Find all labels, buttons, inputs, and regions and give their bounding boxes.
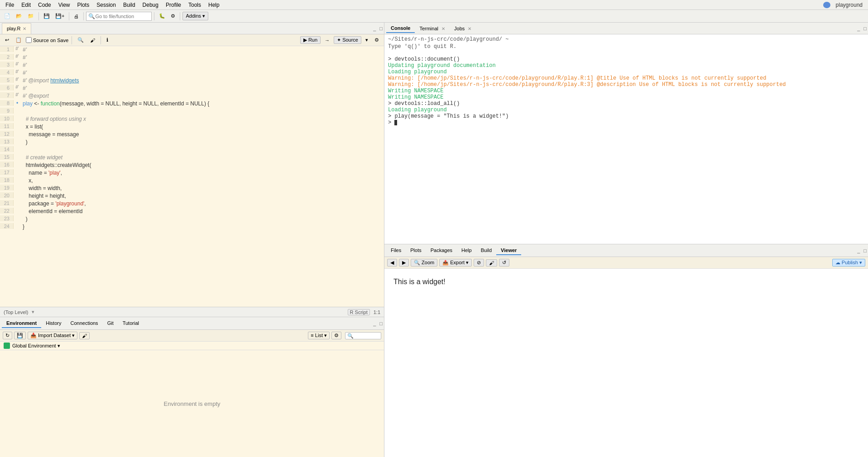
goto-file-search[interactable]: 🔍 [86, 12, 152, 21]
new-file-btn[interactable]: 📄 [2, 12, 13, 20]
refresh-env-btn[interactable]: ↻ [3, 332, 12, 339]
viewer-forward-btn[interactable]: ▶ [399, 259, 409, 267]
jobs-close-btn[interactable]: ✕ [468, 26, 471, 31]
line-number: 23 [0, 215, 14, 221]
global-env-selector[interactable]: Global Environment ▾ [0, 342, 384, 350]
brush-btn[interactable]: 🖌 [79, 332, 90, 339]
print-btn[interactable]: 🖨 [72, 13, 81, 20]
tab-viewer[interactable]: Viewer [496, 246, 521, 255]
source-btn[interactable]: ✦ Source [334, 36, 361, 44]
search-btn[interactable]: 🔍 [75, 36, 86, 44]
file-tab-label: play.R [7, 26, 20, 31]
viewer-minimize-btn[interactable]: _ [856, 248, 861, 253]
console-prompt[interactable]: > [388, 119, 864, 126]
addins-btn[interactable]: Addins ▾ [182, 12, 208, 20]
menu-help[interactable]: Help [205, 1, 223, 9]
tab-packages[interactable]: Packages [426, 246, 457, 255]
menu-code[interactable]: Code [34, 1, 55, 9]
editor-maximize-btn[interactable]: □ [378, 26, 384, 31]
line-number: 2 [0, 54, 14, 60]
menu-session[interactable]: Session [93, 1, 120, 9]
global-env-icon [4, 343, 10, 349]
line-number: 8 [0, 100, 14, 106]
tab-files[interactable]: Files [386, 246, 406, 255]
menu-view[interactable]: View [55, 1, 74, 9]
menu-debug[interactable]: Debug [139, 1, 162, 9]
table-row: 12 message = message [0, 131, 384, 138]
menu-build[interactable]: Build [120, 1, 139, 9]
tab-help[interactable]: Help [457, 246, 476, 255]
run-btn[interactable]: ▶ Run [300, 36, 321, 44]
menu-profile[interactable]: Profile [162, 1, 185, 9]
import-dataset-btn[interactable]: 📥 Import Dataset ▾ [28, 332, 77, 339]
env-search-input[interactable] [345, 332, 381, 339]
menu-edit[interactable]: Edit [18, 1, 34, 9]
save-btn[interactable]: 💾 [41, 12, 52, 20]
tab-terminal[interactable]: Terminal ✕ [415, 24, 450, 33]
tab-connections[interactable]: Connections [66, 319, 102, 328]
viewer-publish-btn[interactable]: ☁ Publish ▾ [832, 259, 865, 267]
viewer-zoom-btn[interactable]: 🔍 Zoom [411, 259, 437, 267]
env-empty-message: Environment is empty [164, 400, 221, 407]
redo-btn[interactable]: 📋 [13, 36, 24, 44]
info-btn[interactable]: ℹ [104, 36, 110, 44]
menu-plots[interactable]: Plots [74, 1, 93, 9]
tab-tutorial[interactable]: Tutorial [118, 319, 144, 328]
viewer-brush-btn[interactable]: 🖌 [486, 259, 497, 267]
table-row: 7#'#' @export [0, 92, 384, 100]
tab-history[interactable]: History [41, 319, 66, 328]
console-minimize-btn[interactable]: _ [856, 26, 861, 31]
line-content: # create widget [21, 154, 384, 161]
bottom-minimize-btn[interactable]: _ [372, 321, 377, 326]
tab-environment[interactable]: Environment [2, 319, 41, 328]
goto-file-input[interactable] [95, 14, 149, 19]
editor-minimize-btn[interactable]: _ [372, 26, 377, 31]
line-bullet: #' [14, 85, 21, 90]
editor-options-btn[interactable]: ⚙ [372, 36, 381, 44]
sep1 [38, 12, 39, 20]
viewer-content: This is a widget! [384, 269, 868, 457]
open-file-btn[interactable]: 📂 [14, 12, 24, 20]
viewer-export-btn[interactable]: 📤 Export ▾ [439, 259, 472, 267]
table-row: 4#'#' [0, 69, 384, 77]
scope-indicator: (Top Level) [4, 309, 28, 315]
tab-git[interactable]: Git [103, 319, 118, 328]
save-env-btn[interactable]: 💾 [14, 332, 26, 339]
env-options-btn[interactable]: ⚙ [331, 332, 341, 339]
source-on-save-checkbox[interactable] [26, 37, 32, 43]
viewer-back-btn[interactable]: ◀ [387, 259, 397, 267]
terminal-close-btn[interactable]: ✕ [441, 26, 445, 31]
debug-btn[interactable]: 🐛 [157, 12, 168, 20]
console-line-1: > devtools::document() [388, 56, 864, 62]
file-tab-close-btn[interactable]: ✕ [23, 26, 26, 31]
tab-console[interactable]: Console [386, 24, 415, 33]
line-number: 7 [0, 92, 14, 98]
code-editor[interactable]: 1#'#' 2#'#'3#'#' 4#'#'5#'#' @import html… [0, 46, 384, 307]
viewer-refresh-btn[interactable]: ↺ [499, 259, 509, 267]
right-panel: Console Terminal ✕ Jobs ✕ _ □ ~/Sites/r-… [384, 23, 868, 457]
line-content: #' [21, 62, 384, 68]
line-number: 24 [0, 223, 14, 229]
list-view-btn[interactable]: ≡ List ▾ [308, 332, 330, 339]
run-next-btn[interactable]: → [322, 37, 332, 44]
file-tab-play-r[interactable]: play.R ✕ [2, 23, 31, 34]
workspace-btn[interactable]: ⚙ [168, 12, 177, 20]
format-btn[interactable]: 🖌 [88, 37, 97, 44]
tab-build[interactable]: Build [476, 246, 496, 255]
console-maximize-btn[interactable]: □ [862, 26, 868, 31]
open-project-btn[interactable]: 📁 [25, 12, 36, 20]
save-all-btn[interactable]: 💾+ [53, 12, 67, 20]
menu-file[interactable]: File [2, 1, 18, 9]
table-row: 3#'#' [0, 62, 384, 69]
tab-plots[interactable]: Plots [406, 246, 426, 255]
tab-jobs[interactable]: Jobs ✕ [450, 24, 476, 33]
global-env-label: Global Environment ▾ [12, 343, 60, 349]
undo-btn[interactable]: ↩ [3, 36, 11, 44]
filetype-badge: R Script [348, 309, 370, 315]
bottom-maximize-btn[interactable]: □ [378, 321, 384, 326]
viewer-maximize-btn[interactable]: □ [862, 248, 868, 253]
source-options-btn[interactable]: ▾ [363, 36, 370, 44]
viewer-clear-btn[interactable]: ⊘ [474, 259, 484, 267]
menu-tools[interactable]: Tools [185, 1, 205, 9]
line-number: 9 [0, 108, 14, 114]
